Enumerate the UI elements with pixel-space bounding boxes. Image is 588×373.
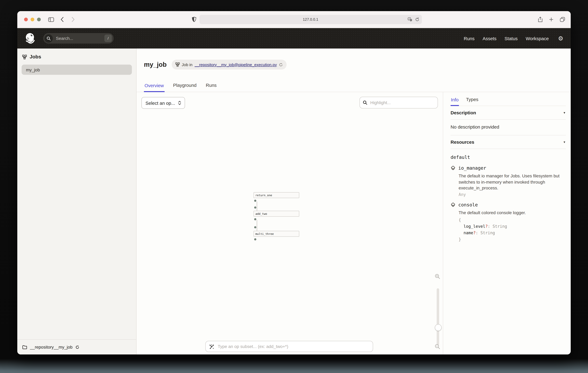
badge-reload-icon[interactable] (279, 63, 283, 66)
config-schema: { log_level?: String name?: String } (459, 217, 566, 243)
resource-name: io_manager (458, 165, 486, 171)
op-subset-input[interactable] (217, 344, 369, 349)
chevron-down-icon: ▼ (563, 141, 566, 143)
search-shortcut-key: / (104, 35, 112, 42)
resources-section-header[interactable]: Resources ▼ (451, 135, 566, 149)
panel-tab-info[interactable]: Info (451, 97, 459, 106)
url-text: 127.0.0.1 (199, 17, 422, 22)
search-input[interactable] (55, 35, 102, 41)
op-selector-syntax-icon (209, 344, 214, 349)
schema-field: name?: String (459, 230, 566, 236)
zoom-slider-track[interactable] (437, 288, 439, 345)
description-body: No description provided (451, 120, 566, 135)
back-button[interactable] (58, 15, 66, 23)
output-port[interactable] (254, 218, 256, 220)
job-header: my_job Job in __repository__my_job@pipel… (136, 48, 571, 77)
resource-group-name: default (451, 154, 566, 160)
info-panel: Info Types Description ▼ No description … (443, 92, 571, 354)
desktop-background: 127.0.0.1 A (0, 0, 588, 373)
resource-name: console (458, 202, 478, 208)
sidebar-toggle-icon[interactable] (47, 15, 55, 23)
op-node-multi-three[interactable]: multi_three (253, 231, 299, 237)
output-port[interactable] (254, 200, 256, 202)
page-title: my_job (144, 61, 167, 68)
schema-field: log_level?: String (459, 223, 566, 230)
sidebar-item-my-job[interactable]: my_job (22, 65, 132, 75)
repository-reload-icon[interactable] (75, 345, 79, 349)
privacy-shield-icon[interactable] (192, 17, 196, 22)
traffic-lights (24, 18, 41, 21)
resource-icon (451, 202, 455, 207)
minimize-window-button[interactable] (31, 18, 34, 21)
close-window-button[interactable] (24, 18, 28, 21)
tab-playground[interactable]: Playground (172, 83, 197, 92)
zoom-slider-thumb[interactable] (435, 324, 442, 331)
badge-prefix: Job in (182, 62, 192, 67)
job-origin-badge: Job in __repository__my_job@pipeline_exe… (172, 60, 287, 69)
jobs-sidebar: Jobs my_job __repository__my_job (17, 48, 136, 354)
search-icon (363, 100, 367, 105)
browser-window: 127.0.0.1 A (17, 11, 571, 354)
panel-tabs: Info Types (451, 92, 566, 106)
share-icon[interactable] (536, 15, 544, 23)
resource-description: The default io manager for Jobs. Uses fi… (459, 173, 566, 191)
resource-type: Any (459, 192, 566, 197)
new-tab-icon[interactable] (547, 15, 555, 23)
description-section-header[interactable]: Description ▼ (451, 106, 566, 120)
app-nav: Runs Assets Status Workspace ⚙ (464, 35, 563, 41)
tab-overview[interactable]: Overview (144, 83, 164, 92)
jobs-icon (22, 55, 27, 59)
zoom-window-button[interactable] (37, 18, 41, 21)
op-graph-canvas[interactable]: Select an op... return_one add_two (136, 92, 443, 354)
highlight-input[interactable] (370, 100, 434, 105)
search-icon (44, 34, 53, 43)
folder-icon (22, 345, 27, 349)
schema-open-brace: { (459, 217, 566, 224)
tab-runs[interactable]: Runs (205, 83, 217, 92)
input-port[interactable] (254, 207, 256, 208)
nav-runs[interactable]: Runs (464, 36, 474, 41)
resources-title: Resources (451, 139, 474, 145)
op-node-return-one[interactable]: return_one (253, 192, 299, 198)
translate-icon[interactable]: A (408, 17, 412, 22)
panel-tab-types[interactable]: Types (466, 97, 479, 106)
reload-icon[interactable] (415, 17, 419, 22)
zoom-out-icon[interactable] (435, 344, 440, 349)
output-port[interactable] (254, 238, 256, 241)
zoom-in-icon[interactable] (435, 274, 440, 279)
repository-link[interactable]: __repository__my_job@pipeline_execution.… (195, 62, 277, 67)
nav-status[interactable]: Status (504, 36, 518, 41)
op-selector-label: Select an op... (146, 100, 175, 106)
op-node-add-two[interactable]: add_two (253, 211, 299, 217)
dagster-logo[interactable] (25, 33, 36, 44)
app-header: / Runs Assets Status Workspace ⚙ (17, 28, 571, 48)
settings-gear-icon[interactable]: ⚙ (558, 35, 563, 41)
url-area: 127.0.0.1 A (80, 15, 533, 24)
repository-footer[interactable]: __repository__my_job (17, 339, 136, 354)
description-title: Description (451, 110, 476, 115)
edge-connector (257, 220, 257, 231)
chevron-down-icon: ▼ (563, 111, 566, 114)
address-bar[interactable]: 127.0.0.1 A (199, 15, 422, 24)
resource-icon (451, 166, 455, 171)
job-icon (175, 62, 179, 67)
schema-close-brace: } (459, 236, 566, 243)
resource-description: The default colored console logger. (459, 210, 566, 216)
highlight-search[interactable] (359, 97, 438, 109)
global-search[interactable]: / (43, 33, 114, 44)
repository-name: __repository__my_job (30, 345, 73, 350)
sidebar-title: Jobs (30, 54, 41, 60)
forward-button[interactable] (69, 15, 77, 23)
browser-chrome: 127.0.0.1 A (17, 11, 571, 28)
svg-text:A: A (409, 18, 410, 20)
tab-overview-icon[interactable] (558, 15, 566, 23)
input-port[interactable] (254, 226, 256, 228)
op-subset-filter[interactable] (205, 341, 373, 352)
nav-assets[interactable]: Assets (483, 36, 496, 41)
op-selector-dropdown[interactable]: Select an op... (141, 97, 185, 109)
resource-io-manager: io_manager The default io manager for Jo… (451, 165, 566, 197)
resource-console: console The default colored console logg… (451, 202, 566, 243)
edge-connector (257, 201, 257, 211)
up-down-chevron-icon (178, 101, 181, 105)
nav-workspace[interactable]: Workspace (526, 36, 549, 41)
